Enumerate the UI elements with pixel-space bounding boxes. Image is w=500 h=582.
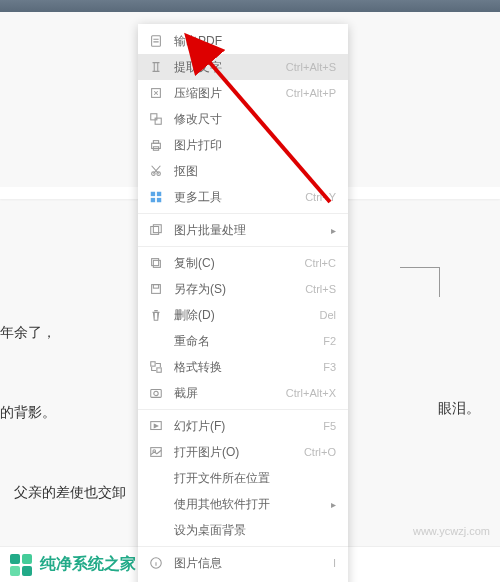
menu-item-17[interactable]: 幻灯片(F)F5 [138, 413, 348, 439]
submenu-arrow-icon: ▸ [331, 499, 336, 510]
text-line: 的背影。 [0, 400, 126, 427]
menu-divider [138, 546, 348, 547]
menu-item-14[interactable]: 格式转换F3 [138, 354, 348, 380]
menu-item-label: 设为桌面背景 [174, 522, 336, 539]
svg-rect-19 [151, 362, 155, 366]
menu-item-19[interactable]: 打开文件所在位置 [138, 465, 348, 491]
blank-icon [148, 470, 164, 486]
menu-item-label: 输出PDF [174, 33, 336, 50]
menu-item-label: 使用其他软件打开 [174, 496, 331, 513]
menu-item-label: 截屏 [174, 385, 286, 402]
menu-item-20[interactable]: 使用其他软件打开▸ [138, 491, 348, 517]
cutout-icon [148, 163, 164, 179]
menu-item-label: 抠图 [174, 163, 336, 180]
text-extract-icon [148, 59, 164, 75]
menu-item-label: 提取文字 [174, 59, 286, 76]
context-menu: 输出PDF提取文字Ctrl+Alt+S压缩图片Ctrl+Alt+P修改尺寸图片打… [138, 24, 348, 582]
batch-icon [148, 222, 164, 238]
brand-name: 纯净系统之家 [40, 554, 136, 575]
menu-item-shortcut: F2 [323, 335, 336, 347]
content-area: 年余了， 的背影。 父亲的差使也交卸 我从北京到徐州， 见满院狼藉的东西， 不必… [0, 12, 500, 582]
svg-rect-2 [151, 114, 157, 120]
menu-item-label: 图片打印 [174, 137, 336, 154]
menu-item-shortcut: F5 [323, 420, 336, 432]
menu-item-18[interactable]: 打开图片(O)Ctrl+O [138, 439, 348, 465]
blank-icon [148, 333, 164, 349]
convert-icon [148, 359, 164, 375]
svg-rect-12 [157, 198, 161, 202]
menu-item-10[interactable]: 复制(C)Ctrl+C [138, 250, 348, 276]
svg-rect-20 [157, 368, 161, 372]
svg-rect-18 [153, 285, 158, 289]
info-icon [148, 555, 164, 571]
menu-item-6[interactable]: 更多工具Ctrl+Y [138, 184, 348, 210]
delete-icon [148, 307, 164, 323]
menu-item-label: 幻灯片(F) [174, 418, 323, 435]
blank-icon [148, 496, 164, 512]
open-icon [148, 444, 164, 460]
menu-item-shortcut: I [333, 557, 336, 569]
menu-item-label: 更多工具 [174, 189, 305, 206]
crop-mark [400, 267, 440, 297]
svg-rect-5 [153, 141, 158, 144]
menu-item-4[interactable]: 图片打印 [138, 132, 348, 158]
pdf-icon [148, 33, 164, 49]
slideshow-icon [148, 418, 164, 434]
menu-item-23[interactable]: 图片信息I [138, 550, 348, 576]
text-line: 年余了， [0, 320, 126, 347]
menu-item-shortcut: Del [319, 309, 336, 321]
print-icon [148, 137, 164, 153]
submenu-arrow-icon: ▸ [331, 225, 336, 236]
menu-item-8[interactable]: 图片批量处理▸ [138, 217, 348, 243]
menu-item-shortcut: Ctrl+Y [305, 191, 336, 203]
menu-item-12[interactable]: 删除(D)Del [138, 302, 348, 328]
menu-item-shortcut: Ctrl+Alt+P [286, 87, 336, 99]
menu-item-label: 图片批量处理 [174, 222, 331, 239]
menu-item-11[interactable]: 另存为(S)Ctrl+S [138, 276, 348, 302]
menu-item-label: 图片信息 [174, 555, 333, 572]
menu-item-5[interactable]: 抠图 [138, 158, 348, 184]
svg-rect-15 [152, 259, 159, 266]
menu-item-shortcut: Ctrl+S [305, 283, 336, 295]
menu-item-3[interactable]: 修改尺寸 [138, 106, 348, 132]
menu-divider [138, 213, 348, 214]
text-fragment: 眼泪。 [438, 400, 480, 418]
menu-item-shortcut: Ctrl+O [304, 446, 336, 458]
menu-divider [138, 409, 348, 410]
svg-rect-13 [151, 227, 159, 235]
menu-item-label: 压缩图片 [174, 85, 286, 102]
resize-icon [148, 111, 164, 127]
menu-item-label: 另存为(S) [174, 281, 305, 298]
text-line: 父亲的差使也交卸 [0, 480, 126, 507]
menu-item-0[interactable]: 输出PDF [138, 28, 348, 54]
compress-icon [148, 85, 164, 101]
document-text: 年余了， 的背影。 父亲的差使也交卸 我从北京到徐州， 见满院狼藉的东西， 不必… [0, 267, 126, 582]
watermark: www.ycwzj.com [413, 525, 490, 537]
menu-item-shortcut: Ctrl+C [305, 257, 336, 269]
menu-divider [138, 246, 348, 247]
svg-rect-21 [151, 390, 162, 398]
svg-point-22 [154, 391, 158, 395]
menu-item-15[interactable]: 截屏Ctrl+Alt+X [138, 380, 348, 406]
menu-item-label: 格式转换 [174, 359, 323, 376]
menu-item-13[interactable]: 重命名F2 [138, 328, 348, 354]
grid-icon [148, 189, 164, 205]
brand-logo-icon [10, 554, 32, 576]
menu-item-1[interactable]: 提取文字Ctrl+Alt+S [138, 54, 348, 80]
menu-item-24[interactable]: 设置F10 [138, 576, 348, 582]
svg-rect-10 [157, 192, 161, 196]
svg-rect-3 [155, 118, 161, 124]
screenshot-icon [148, 385, 164, 401]
svg-rect-11 [151, 198, 155, 202]
menu-item-label: 重命名 [174, 333, 323, 350]
menu-item-shortcut: F3 [323, 361, 336, 373]
blank-icon [148, 522, 164, 538]
menu-item-label: 复制(C) [174, 255, 305, 272]
svg-rect-16 [153, 260, 160, 267]
menu-item-label: 打开图片(O) [174, 444, 304, 461]
window-title-bar [0, 0, 500, 12]
copy-icon [148, 255, 164, 271]
menu-item-21[interactable]: 设为桌面背景 [138, 517, 348, 543]
menu-item-2[interactable]: 压缩图片Ctrl+Alt+P [138, 80, 348, 106]
menu-item-label: 修改尺寸 [174, 111, 336, 128]
